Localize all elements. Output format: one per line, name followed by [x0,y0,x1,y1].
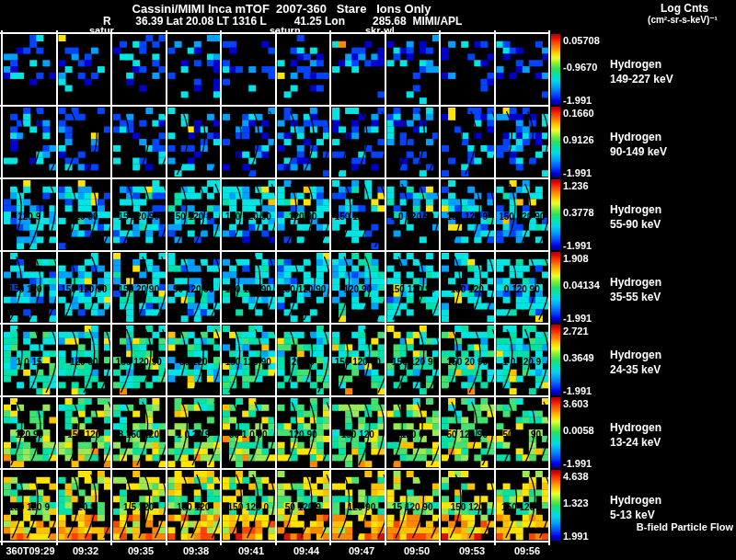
row-1-labels: 0.05708 -0.9670 -1.991 Hydrogen149-227 k… [0,33,736,106]
colorbar-row-6 [551,397,560,468]
time-tick-label: 09:56 [486,545,569,556]
page-title: Cassini/MIMI Inca mTOF 2007-360 Stare Io… [0,2,563,16]
channel-label: Hydrogen13-24 keV [610,420,661,450]
colorbar-min-value: 1.991 [563,531,589,542]
colorbar-row-3 [551,179,560,250]
energy-range: 90-149 keV [610,144,667,159]
species-name: Hydrogen [610,130,667,144]
colorbar-row-2 [551,107,560,177]
colorbar-mid-value: 0.9126 [563,134,594,145]
colorbar-min-value: -1.991 [563,385,592,396]
bfield-particle-flow-note: B-field Particle Flow [637,521,733,532]
energy-range: 13-24 keV [610,435,661,450]
colorbar-legend-units: (cm²-sr-s-keV)⁻¹ [631,15,734,25]
colorbar-max-value: 3.603 [563,398,589,409]
species-name: Hydrogen [610,275,661,290]
colorbar-min-value: -1.991 [563,167,592,178]
energy-range: 55-90 keV [610,217,661,232]
colorbar-max-value: 4.638 [563,471,589,482]
energy-range: 24-35 keV [610,362,661,377]
colorbar-row-7 [551,470,560,541]
channel-label: Hydrogen90-149 keV [610,130,667,159]
colorbar-min-value: -1.991 [563,240,592,251]
species-name: Hydrogen [610,202,661,217]
row-5-labels: 2.721 0.3649 -1.991 Hydrogen24-35 keV [0,324,736,396]
row-4-labels: 1.908 0.04134 -1.991 Hydrogen35-55 keV [0,251,736,324]
colorbar-max-value: 1.908 [563,253,589,264]
row-3-labels: 1.236 0.3778 -1.991 Hydrogen55-90 keV [0,178,736,251]
colorbar-legend-title: Log Cnts [635,2,734,15]
colorbar-min-value: -1.991 [563,458,592,469]
energy-range: 35-55 keV [610,290,661,304]
species-name: Hydrogen [610,348,661,362]
colorbar-max-value: 0.1660 [563,108,594,119]
cassini-mimi-display: Cassini/MIMI Inca mTOF 2007-360 Stare Io… [0,0,736,560]
colorbar-mid-value: 1.323 [563,497,589,509]
species-name: Hydrogen [610,57,673,72]
colorbar-mid-value: 0.04134 [563,280,600,291]
species-name: Hydrogen [610,493,661,508]
energy-range: 5-13 keV [610,508,661,522]
colorbar-mid-value: 0.3649 [563,352,594,363]
colorbar-max-value: 1.236 [563,180,589,191]
channel-label: Hydrogen24-35 keV [610,348,661,377]
species-name: Hydrogen [610,420,661,435]
row-2-labels: 0.1660 0.9126 -1.991 Hydrogen90-149 keV [0,106,736,178]
colorbar-row-1 [551,34,560,105]
colorbar-row-5 [551,325,560,395]
colorbar-max-value: 2.721 [563,326,589,337]
channel-label: Hydrogen35-55 keV [610,275,661,304]
colorbar-mid-value: 0.3778 [563,207,594,218]
colorbar-mid-value: -0.9670 [563,62,597,73]
row-7-labels: 4.638 1.323 1.991 Hydrogen5-13 keV [0,469,736,542]
energy-range: 149-227 keV [610,72,673,86]
row-6-labels: 3.603 0.0058 -1.991 Hydrogen13-24 keV [0,396,736,469]
channel-label: Hydrogen5-13 keV [610,493,661,522]
colorbar-row-4 [551,252,560,323]
colorbar-min-value: -1.991 [563,95,592,106]
channel-label: Hydrogen55-90 keV [610,202,661,232]
colorbar-max-value: 0.05708 [563,35,600,46]
channel-label: Hydrogen149-227 keV [610,57,673,86]
colorbar-mid-value: 0.0058 [563,425,594,436]
colorbar-min-value: -1.991 [563,313,592,324]
